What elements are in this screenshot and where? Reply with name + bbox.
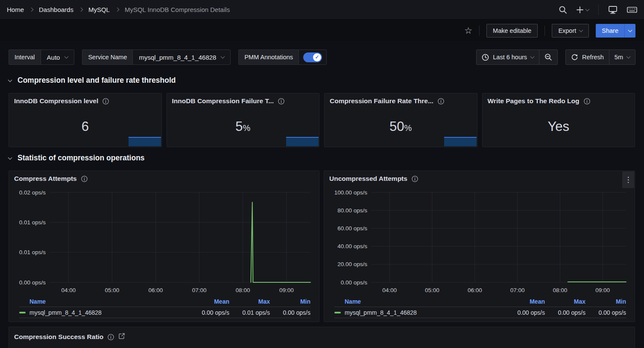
export-button[interactable]: Export xyxy=(552,24,589,38)
dashboard-toolbar: ☆ Make editable Export Share xyxy=(0,20,644,41)
external-link-icon[interactable] xyxy=(118,333,125,341)
chart-legend: Name Mean Max Min mysql_pmm_8_4_1_46828 … xyxy=(9,296,319,318)
legend-col-max[interactable]: Max xyxy=(229,298,270,305)
chevron-down-icon xyxy=(530,55,535,59)
panel-compression-failure-rate: Compression Failure Rate Thre... 50% xyxy=(324,93,477,147)
interval-variable: Interval Auto xyxy=(9,49,74,65)
panel-uncompressed-attempts: Uncompressed Attempts ⋮ 100.00 ops/s80.0… xyxy=(324,171,635,322)
service-name-label: Service Name xyxy=(82,50,133,64)
svg-text:20.00 ops/s: 20.00 ops/s xyxy=(337,261,367,267)
share-dropdown-button[interactable] xyxy=(624,24,635,38)
legend-col-max[interactable]: Max xyxy=(545,298,585,305)
chevron-down-icon xyxy=(64,55,69,59)
legend-row[interactable]: mysql_pmm_8_4_1_46828 0.00 ops/s 0.00 op… xyxy=(334,307,626,318)
chevron-right-icon xyxy=(29,8,34,12)
stat-value: Yes xyxy=(483,119,635,134)
legend-row[interactable]: mysql_pmm_8_4_1_46828 0.00 ops/s 0.01 op… xyxy=(19,307,310,318)
svg-text:08:00: 08:00 xyxy=(553,287,567,293)
series-swatch xyxy=(334,312,341,313)
svg-text:0.02 ops/s: 0.02 ops/s xyxy=(19,189,46,196)
breadcrumb-dashboards[interactable]: Dashboards xyxy=(39,6,73,13)
info-icon[interactable] xyxy=(81,176,88,182)
legend-col-mean[interactable]: Mean xyxy=(189,298,229,305)
svg-text:0.00 ops/s: 0.00 ops/s xyxy=(19,279,46,286)
breadcrumb: Home Dashboards MySQL MySQL InnoDB Compr… xyxy=(7,6,230,13)
monitor-icon[interactable] xyxy=(608,6,618,14)
info-icon[interactable] xyxy=(584,98,590,104)
chevron-down-icon xyxy=(221,55,225,59)
legend-col-min[interactable]: Min xyxy=(270,298,310,305)
svg-text:04:00: 04:00 xyxy=(382,287,397,293)
pmm-annotations-label: PMM Annotations xyxy=(239,50,299,64)
info-icon[interactable] xyxy=(412,176,418,182)
interval-select[interactable]: Auto xyxy=(41,50,74,64)
chevron-down-icon xyxy=(628,28,632,32)
series-swatch xyxy=(19,312,26,313)
panel-title[interactable]: InnoDB Compression level xyxy=(14,97,109,105)
service-name-variable: Service Name mysql_pmm_8_4_1_46828 xyxy=(82,49,231,65)
section-title: Compression level and failure rate thres… xyxy=(18,76,176,85)
chevron-down-icon xyxy=(8,78,12,82)
chevron-right-icon xyxy=(115,8,119,12)
legend-col-name[interactable]: Name xyxy=(19,298,189,305)
panel-title[interactable]: InnoDB Compression Failure T... xyxy=(172,97,285,105)
service-name-select[interactable]: mysql_pmm_8_4_1_46828 xyxy=(133,50,230,64)
svg-text:0.01 ops/s: 0.01 ops/s xyxy=(19,249,46,255)
breadcrumb-mysql[interactable]: MySQL xyxy=(88,6,110,13)
svg-text:06:00: 06:00 xyxy=(468,287,482,293)
nav-actions xyxy=(559,5,637,15)
compress-attempts-chart[interactable]: 0.02 ops/s0.01 ops/s0.01 ops/s0.00 ops/s… xyxy=(9,188,319,295)
time-range-button[interactable]: Last 6 hours xyxy=(477,50,539,64)
svg-text:05:00: 05:00 xyxy=(105,287,120,293)
panel-compression-success-ratio: Compression Success Ratio xyxy=(9,327,635,348)
sparkline xyxy=(129,137,161,146)
keyboard-icon[interactable] xyxy=(627,6,637,14)
charts-row: Compress Attempts 0.02 ops/s0.01 ops/s0.… xyxy=(9,171,635,322)
make-editable-button[interactable]: Make editable xyxy=(486,24,538,38)
info-icon[interactable] xyxy=(102,98,109,104)
share-split-button: Share xyxy=(596,24,635,38)
zoom-out-icon xyxy=(544,53,552,61)
section-title: Statistic of compression operations xyxy=(18,154,145,162)
share-button[interactable]: Share xyxy=(596,24,624,38)
legend-header: Name Mean Max Min xyxy=(19,296,310,307)
chevron-down-icon xyxy=(626,55,631,59)
legend-col-mean[interactable]: Mean xyxy=(504,298,545,305)
info-icon[interactable] xyxy=(438,98,444,104)
svg-text:05:00: 05:00 xyxy=(425,287,439,293)
uncompressed-attempts-chart[interactable]: 100.00 ops/s80.00 ops/s60.00 ops/s40.00 … xyxy=(324,188,635,295)
info-icon[interactable] xyxy=(108,334,114,340)
chevron-down-icon xyxy=(8,155,12,160)
panel-title[interactable]: Uncompressed Attempts xyxy=(329,175,418,183)
panel-title[interactable]: Compression Success Ratio xyxy=(14,333,125,341)
svg-text:08:00: 08:00 xyxy=(236,287,250,293)
pmm-annotations-toggle[interactable]: ✓ xyxy=(299,50,326,64)
svg-text:0.00 ops/s: 0.00 ops/s xyxy=(341,279,368,286)
refresh-interval-select[interactable]: 5m xyxy=(609,50,635,64)
panel-compression-failure-threshold: InnoDB Compression Failure T... 5% xyxy=(167,93,320,147)
section-compression-threshold[interactable]: Compression level and failure rate thres… xyxy=(9,76,176,85)
panel-menu-kebab-icon[interactable]: ⋮ xyxy=(622,171,634,188)
info-icon[interactable] xyxy=(278,98,284,104)
svg-text:06:00: 06:00 xyxy=(149,287,163,293)
divider xyxy=(544,26,545,36)
legend-col-name[interactable]: Name xyxy=(334,298,504,305)
refresh-button[interactable]: Refresh xyxy=(566,50,609,64)
chevron-down-icon xyxy=(585,7,590,11)
chart-legend: Name Mean Max Min mysql_pmm_8_4_1_46828 … xyxy=(324,296,635,318)
panel-title[interactable]: Compress Attempts xyxy=(14,175,88,183)
add-new-button[interactable] xyxy=(577,6,589,13)
chevron-down-icon xyxy=(579,28,583,32)
section-compression-operations[interactable]: Statistic of compression operations xyxy=(9,154,145,162)
favorite-star-icon[interactable]: ☆ xyxy=(464,26,472,35)
pmm-annotations-control: PMM Annotations ✓ xyxy=(238,49,327,65)
zoom-out-button[interactable] xyxy=(539,50,557,64)
breadcrumb-home[interactable]: Home xyxy=(7,6,24,13)
stat-panels-row: InnoDB Compression level 6 InnoDB Compre… xyxy=(9,93,635,147)
search-icon[interactable] xyxy=(559,6,567,14)
panel-title[interactable]: Compression Failure Rate Thre... xyxy=(330,97,444,105)
legend-col-min[interactable]: Min xyxy=(585,298,626,305)
stat-value: 6 xyxy=(9,119,161,134)
time-range-picker: Last 6 hours xyxy=(476,49,558,65)
panel-title[interactable]: Write Pages to The Redo Log xyxy=(488,97,590,105)
